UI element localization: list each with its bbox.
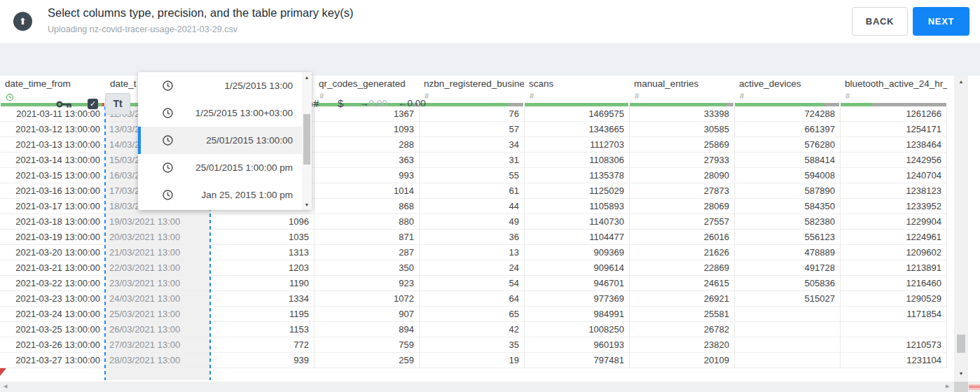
table-cell[interactable]: 1135378	[524, 168, 629, 183]
scroll-down-icon[interactable]: ▼	[302, 202, 312, 207]
table-cell[interactable]: 44	[419, 199, 524, 214]
table-cell[interactable]: 23/03/2021 13:00	[105, 276, 210, 291]
table-cell[interactable]: 909614	[524, 260, 629, 276]
table-cell[interactable]: 2021-03-12 13:00:00	[0, 122, 105, 137]
integer-type-icon[interactable]: #	[313, 97, 319, 109]
table-cell[interactable]: 1104477	[524, 230, 629, 245]
table-cell[interactable]: 993	[314, 168, 419, 183]
table-cell[interactable]: 28069	[629, 199, 734, 214]
table-cell[interactable]: 288	[314, 137, 419, 153]
table-cell[interactable]: 25869	[629, 137, 734, 153]
table-cell[interactable]: 22869	[629, 260, 734, 276]
table-cell[interactable]: 505836	[734, 276, 840, 291]
table-cell[interactable]: 54	[419, 276, 524, 291]
table-cell[interactable]: 259	[314, 353, 419, 368]
table-cell[interactable]: 20/03/2021 13:00	[105, 230, 210, 245]
table-cell[interactable]: 1108306	[524, 153, 629, 168]
table-cell[interactable]: 287	[314, 245, 419, 260]
table-cell[interactable]: 515027	[734, 291, 840, 307]
vertical-scroll-thumb[interactable]	[957, 335, 965, 353]
table-cell[interactable]: 2021-03-27 13:00:00	[0, 353, 105, 368]
table-cell[interactable]: 2021-03-25 13:00:00	[0, 322, 105, 337]
table-cell[interactable]: 1229904	[840, 214, 947, 230]
table-cell[interactable]: 1112703	[524, 137, 629, 153]
table-cell[interactable]	[734, 322, 840, 337]
table-cell[interactable]: 1254171	[840, 122, 947, 137]
scroll-up-icon[interactable]: ▲	[954, 79, 968, 84]
table-cell[interactable]: 1096	[210, 214, 314, 230]
table-cell[interactable]: 587890	[734, 183, 840, 199]
table-cell[interactable]: 26016	[629, 230, 734, 245]
table-cell[interactable]: 907	[314, 307, 419, 322]
table-cell[interactable]	[734, 353, 840, 368]
table-cell[interactable]: 19/03/2021 13:00	[105, 214, 210, 230]
table-cell[interactable]: 939	[210, 353, 314, 368]
table-cell[interactable]: 61	[419, 183, 524, 199]
table-cell[interactable]: 2021-03-21 13:00:00	[0, 260, 105, 276]
table-cell[interactable]: 1343665	[524, 122, 629, 137]
column-header-manual_entries[interactable]: manual_entries#	[629, 76, 734, 103]
table-cell[interactable]: 556123	[734, 230, 840, 245]
table-cell[interactable]: 1140730	[524, 214, 629, 230]
text-type-button[interactable]: Tt	[105, 93, 130, 115]
table-cell[interactable]: 26921	[629, 291, 734, 307]
dropdown-item[interactable]: 1/25/2015 13:00	[138, 72, 312, 99]
table-cell[interactable]: 1233952	[840, 199, 947, 214]
table-cell[interactable]: 868	[314, 199, 419, 214]
table-cell[interactable]: 984991	[524, 307, 629, 322]
table-cell[interactable]: 2021-03-23 13:00:00	[0, 291, 105, 307]
table-cell[interactable]: 1367	[314, 106, 419, 122]
table-cell[interactable]: 2021-03-14 13:00:00	[0, 153, 105, 168]
table-cell[interactable]: 724288	[734, 106, 840, 122]
column-header-scans[interactable]: scans#	[524, 76, 629, 103]
table-cell[interactable]: 26782	[629, 322, 734, 337]
table-cell[interactable]: 31	[419, 153, 524, 168]
table-cell[interactable]: 1072	[314, 291, 419, 307]
table-cell[interactable]	[734, 307, 840, 322]
table-cell[interactable]: 1334	[210, 291, 314, 307]
table-cell[interactable]	[840, 322, 947, 337]
table-cell[interactable]: 65	[419, 307, 524, 322]
table-cell[interactable]: 1290529	[840, 291, 947, 307]
table-cell[interactable]: 1224961	[840, 230, 947, 245]
table-cell[interactable]: 36	[419, 230, 524, 245]
table-cell[interactable]: 2021-03-13 13:00:00	[0, 137, 105, 153]
table-cell[interactable]: 1203	[210, 260, 314, 276]
table-cell[interactable]: 576280	[734, 137, 840, 153]
table-cell[interactable]: 797481	[524, 353, 629, 368]
table-cell[interactable]: 24615	[629, 276, 734, 291]
table-cell[interactable]: 76	[419, 106, 524, 122]
dropdown-item[interactable]: 25/01/2015 13:00:00	[138, 127, 312, 154]
column-header-nzbn_registered_busine[interactable]: nzbn_registered_busine#	[419, 76, 524, 103]
table-cell[interactable]: 1093	[314, 122, 419, 137]
table-cell[interactable]: 21626	[629, 245, 734, 260]
decrease-decimal-button[interactable]: →0.00	[359, 98, 387, 108]
table-cell[interactable]: 909369	[524, 245, 629, 260]
table-cell[interactable]: 2021-03-16 13:00:00	[0, 183, 105, 199]
table-cell[interactable]: 2021-03-18 13:00:00	[0, 214, 105, 230]
table-cell[interactable]: 35	[419, 337, 524, 353]
table-cell[interactable]: 2021-03-17 13:00:00	[0, 199, 105, 214]
table-cell[interactable]: 2021-03-24 13:00:00	[0, 307, 105, 322]
table-cell[interactable]: 582380	[734, 214, 840, 230]
table-cell[interactable]: 21/03/2021 13:00	[105, 245, 210, 260]
vertical-scrollbar[interactable]: ▲ ▼	[954, 76, 968, 381]
table-cell[interactable]: 923	[314, 276, 419, 291]
currency-type-icon[interactable]: $	[338, 97, 343, 109]
table-cell[interactable]: 1240704	[840, 168, 947, 183]
scroll-up-icon[interactable]: ▲	[302, 75, 312, 80]
table-cell[interactable]: 478889	[734, 245, 840, 260]
table-cell[interactable]: 2021-03-22 13:00:00	[0, 276, 105, 291]
table-cell[interactable]: 1171854	[840, 307, 947, 322]
table-cell[interactable]: 2021-03-15 13:00:00	[0, 168, 105, 183]
table-cell[interactable]: 25581	[629, 307, 734, 322]
table-cell[interactable]: 55	[419, 168, 524, 183]
horizontal-scrollbar[interactable]: ◀ ▶	[0, 382, 980, 392]
scroll-right-icon[interactable]: ▶	[946, 384, 949, 389]
table-cell[interactable]: 1231104	[840, 353, 947, 368]
table-cell[interactable]: 880	[314, 214, 419, 230]
table-cell[interactable]: 1238464	[840, 137, 947, 153]
dropdown-item[interactable]: Jan 25, 2015 1:00 pm	[138, 181, 312, 209]
table-cell[interactable]: 30585	[629, 122, 734, 137]
table-cell[interactable]: 49	[419, 214, 524, 230]
